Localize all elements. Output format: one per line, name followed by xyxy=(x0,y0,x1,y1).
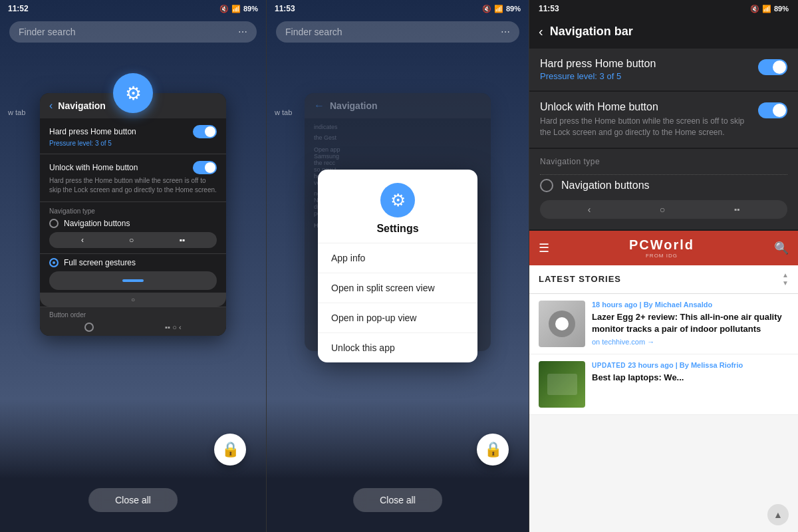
status-bar-2: 11:53 🔇 📶 89% xyxy=(267,0,529,17)
gear-symbol-2: ⚙ xyxy=(390,190,406,211)
mute-icon-1: 🔇 xyxy=(219,5,229,13)
background-mountain-2 xyxy=(267,399,529,532)
close-all-label-2: Close all xyxy=(380,495,416,505)
split-screen-item[interactable]: Open in split screen view xyxy=(318,273,477,303)
nav-header-3: ‹ Navigation bar xyxy=(529,17,798,49)
status-icons-3: 🔇 📶 89% xyxy=(750,5,789,13)
search-dots-icon-1[interactable]: ⋯ xyxy=(238,27,247,37)
settings-title-2: Settings xyxy=(376,223,418,235)
lock-button-1[interactable]: 🔒 xyxy=(214,434,246,466)
back-button-3[interactable]: ‹ xyxy=(539,24,543,39)
search-bar-2[interactable]: Finder search ⋯ xyxy=(276,21,519,43)
nav-type-divider-3 xyxy=(540,174,787,175)
search-placeholder-1: Finder search xyxy=(19,27,76,37)
search-placeholder-2: Finder search xyxy=(285,27,342,37)
bottom-indicator-1: ○ xyxy=(40,293,226,307)
pcworld-latest-section: LATEST STORIES ▲ ▼ xyxy=(529,265,798,294)
status-bar-1: 11:52 🔇 📶 89% xyxy=(0,0,266,17)
scroll-to-top-btn[interactable]: ▲ xyxy=(767,504,789,525)
nav-type-label-1: Navigation type xyxy=(49,207,217,215)
article-2[interactable]: UPDATED 23 hours ago | By Melissa Riofri… xyxy=(529,354,798,415)
article-time-2: UPDATED 23 hours ago | By Melissa Riofri… xyxy=(592,361,789,369)
full-screen-row-1: Full screen gestures xyxy=(40,254,226,271)
recent-preview-3: ▪▪ xyxy=(734,205,740,214)
search-dots-icon-2[interactable]: ⋯ xyxy=(501,27,510,37)
hard-press-title-3: Hard press Home button xyxy=(540,58,750,70)
nav-option-3: Navigation buttons xyxy=(540,179,787,192)
home-preview-3: ○ xyxy=(660,204,665,215)
nav-buttons-bar-1: ‹ ○ ▪▪ xyxy=(49,232,217,248)
unlock-toggle-1[interactable] xyxy=(193,161,217,174)
hard-press-sublabel-1: Pressure level: 3 of 5 xyxy=(49,140,217,147)
unlock-card-3: Unlock with Home button Hard press the H… xyxy=(529,92,798,148)
article-author-2[interactable]: Melissa Riofrio xyxy=(691,361,743,369)
status-icons-1: 🔇 📶 89% xyxy=(219,5,258,13)
home-btn-icon-1: ○ xyxy=(129,235,134,245)
order-radio-1[interactable] xyxy=(84,323,94,332)
unlock-title-3: Unlock with Home button xyxy=(540,101,750,113)
time-1: 11:52 xyxy=(8,4,29,13)
lock-button-2[interactable]: 🔒 xyxy=(477,434,509,466)
unlock-desc-3: Hard press the Home button while the scr… xyxy=(540,116,750,138)
unlock-row-1: Unlock with Home button Hard press the H… xyxy=(40,154,226,202)
close-all-btn-2[interactable]: Close all xyxy=(353,488,442,512)
battery-1: 89% xyxy=(243,5,258,13)
panel-2: 11:53 🔇 📶 89% Finder search ⋯ ← Navigati… xyxy=(266,0,529,532)
pcworld-menu-icon[interactable]: ☰ xyxy=(539,241,549,255)
battery-3: 89% xyxy=(774,5,789,13)
app-info-item[interactable]: App info xyxy=(318,243,477,273)
back-preview-3: ‹ xyxy=(588,204,591,215)
gear-overlay-1[interactable]: ⚙ xyxy=(113,73,153,113)
close-all-btn-1[interactable]: Close all xyxy=(88,488,178,512)
recent-apps-1: ⚙ ‹ Navigation Hard press Home button Pr… xyxy=(40,93,226,336)
article-1[interactable]: 18 hours ago | By Michael Ansaldo Lazer … xyxy=(529,294,798,354)
nav-type-row-1: Navigation buttons xyxy=(49,219,217,228)
article-time-1: 18 hours ago | By Michael Ansaldo xyxy=(592,301,789,309)
hard-press-toggle-3[interactable] xyxy=(758,59,787,75)
status-bar-3: 11:53 🔇 📶 89% xyxy=(529,0,798,17)
w-tab-2: w tab xyxy=(275,108,292,116)
scroll-arrows[interactable]: ▲ ▼ xyxy=(782,272,789,287)
pcworld-brand: PCWorld xyxy=(629,237,694,253)
product-circle xyxy=(549,311,575,337)
recent-btn-icon-1: ▪▪ xyxy=(179,235,185,245)
pcworld-section: ☰ PCWorld FROM IDG 🔍 LATEST STORIES ▲ ▼ xyxy=(529,231,798,532)
nav-buttons-radio-1[interactable] xyxy=(49,219,59,228)
gear-icon-1: ⚙ xyxy=(125,82,142,104)
nav-radio-3[interactable] xyxy=(540,179,553,192)
article-meta-2: UPDATED 23 hours ago | By Melissa Riofri… xyxy=(592,361,789,408)
unlock-app-item[interactable]: Unlock this app xyxy=(318,333,477,362)
article-title-2: Best lap laptops: We... xyxy=(592,372,789,384)
w-tab-1: w tab xyxy=(8,108,25,116)
gesture-bar-1 xyxy=(49,271,217,290)
full-screen-radio-1[interactable] xyxy=(49,258,59,267)
nav-back-icon-1[interactable]: ‹ xyxy=(49,100,53,112)
unlock-label-1: Unlock with Home button xyxy=(49,163,138,172)
laptop-shape xyxy=(547,374,577,395)
hard-press-subtitle-3: Pressure level: 3 of 5 xyxy=(540,71,750,81)
nav-card-title-1: Navigation xyxy=(58,100,106,111)
battery-2: 89% xyxy=(506,5,521,13)
order-icons-1: ▪▪ ○ ‹ xyxy=(165,323,181,331)
hard-press-toggle-1[interactable] xyxy=(193,125,217,138)
popup-view-item[interactable]: Open in pop-up view xyxy=(318,303,477,333)
nav-settings-card-1: ‹ Navigation Hard press Home button Pres… xyxy=(40,93,226,336)
unlock-desc-1: Hard press the Home button while the scr… xyxy=(49,176,217,195)
time-3: 11:53 xyxy=(539,4,559,13)
nav-option-text-3: Navigation buttons xyxy=(561,180,650,192)
pcworld-header: ☰ PCWorld FROM IDG 🔍 xyxy=(529,231,798,265)
full-screen-text-1: Full screen gestures xyxy=(64,258,136,267)
scroll-down-arrow: ▼ xyxy=(782,280,789,287)
pcworld-search-icon[interactable]: 🔍 xyxy=(774,241,789,255)
time-2: 11:53 xyxy=(275,4,295,13)
article-source-1[interactable]: on techhive.com → xyxy=(592,338,789,346)
unlock-toggle-3[interactable] xyxy=(758,102,787,118)
article-author-1[interactable]: Michael Ansaldo xyxy=(655,301,712,309)
search-bar-1[interactable]: Finder search ⋯ xyxy=(9,21,257,43)
nav-preview-3: ‹ ○ ▪▪ xyxy=(540,200,787,219)
lock-icon-2: 🔒 xyxy=(484,441,502,458)
nav-type-label-3: Navigation type xyxy=(540,157,787,166)
nav-buttons-text-1: Navigation buttons xyxy=(64,219,130,228)
settings-popup-header-2: ⚙ Settings xyxy=(318,170,477,243)
scroll-top-arrow-icon: ▲ xyxy=(773,509,783,520)
